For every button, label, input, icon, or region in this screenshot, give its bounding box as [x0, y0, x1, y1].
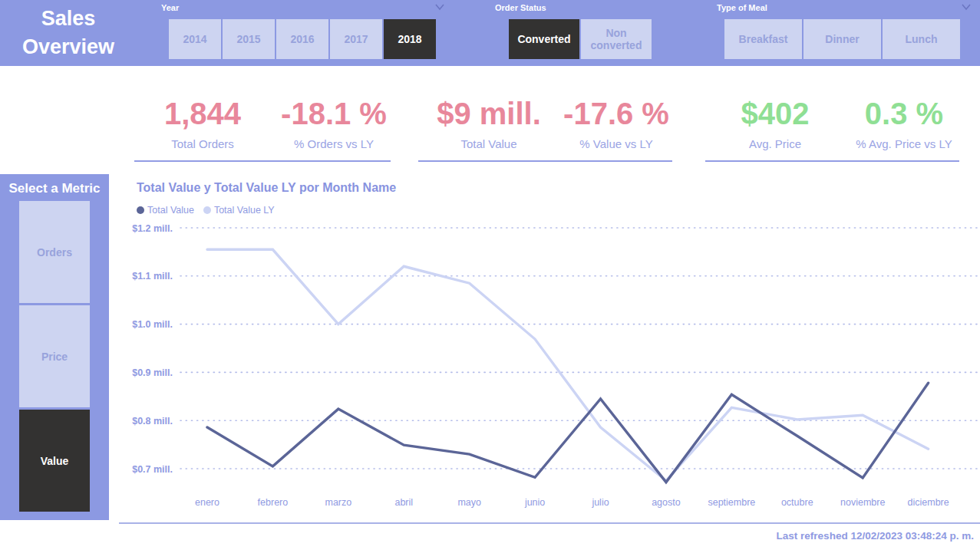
svg-text:octubre: octubre — [781, 497, 813, 508]
legend-entry-total-value[interactable]: Total Value — [137, 205, 194, 216]
meal-button-dinner[interactable]: Dinner — [803, 19, 881, 59]
meal-button-lunch[interactable]: Lunch — [883, 19, 960, 59]
svg-text:noviembre: noviembre — [840, 497, 885, 508]
year-button-2014[interactable]: 2014 — [169, 19, 221, 59]
legend-dot-total-value — [137, 206, 144, 214]
kpi-value-vs-ly: -17.6 % % Value vs LY — [547, 97, 685, 150]
kpi-avg-price-vs-ly: 0.3 % % Avg. Price vs LY — [827, 97, 980, 150]
chevron-down-icon[interactable] — [961, 3, 972, 11]
type-of-meal-slicer: Breakfast Dinner Lunch — [724, 19, 960, 59]
page-title-line2: Overview — [6, 33, 130, 61]
order-status-slicer: Converted Non converted — [509, 19, 652, 59]
svg-text:septiembre: septiembre — [708, 497, 755, 508]
svg-text:agosto: agosto — [652, 497, 681, 508]
type-of-meal-slicer-label: Type of Meal — [717, 3, 767, 12]
kpi-avg-price-vs-ly-value: 0.3 % — [827, 97, 980, 131]
legend-label-total-value: Total Value — [147, 205, 194, 216]
year-button-2018[interactable]: 2018 — [384, 19, 436, 59]
kpi-divider — [705, 160, 959, 162]
metric-button-orders[interactable]: Orders — [19, 201, 90, 303]
chart-legend: Total Value Total Value LY — [137, 205, 275, 216]
meal-button-breakfast[interactable]: Breakfast — [724, 19, 802, 59]
line-chart-plot-area[interactable]: $1.2 mill.$1.1 mill.$1.0 mill.$0.9 mill.… — [119, 221, 980, 516]
chart-bottom-divider — [119, 522, 980, 524]
x-axis-labels: enerofebreromarzoabrilmayojuniojulioagos… — [195, 497, 949, 508]
svg-text:marzo: marzo — [325, 497, 351, 508]
metric-sidebar: Select a Metric Orders Price Value — [0, 174, 109, 520]
order-status-button-non-converted[interactable]: Non converted — [581, 19, 652, 59]
metric-button-price[interactable]: Price — [19, 305, 90, 407]
kpi-divider — [134, 160, 391, 162]
kpi-avg-price-vs-ly-label: % Avg. Price vs LY — [827, 137, 980, 150]
gridlines — [180, 228, 977, 469]
svg-text:$0.7 mill.: $0.7 mill. — [132, 464, 173, 475]
line-chart-svg[interactable]: $1.2 mill.$1.1 mill.$1.0 mill.$0.9 mill.… — [119, 221, 980, 516]
metric-sidebar-title: Select a Metric — [0, 181, 109, 196]
kpi-avg-price-value: $402 — [706, 97, 844, 131]
svg-text:mayo: mayo — [457, 497, 481, 508]
chart-title: Total Value y Total Value LY por Month N… — [137, 181, 396, 195]
svg-text:febrero: febrero — [258, 497, 289, 508]
kpi-total-value-label: Total Value — [420, 137, 558, 150]
year-button-2017[interactable]: 2017 — [330, 19, 382, 59]
kpi-value-vs-ly-value: -17.6 % — [547, 97, 685, 131]
year-button-2015[interactable]: 2015 — [223, 19, 275, 59]
svg-text:$0.9 mill.: $0.9 mill. — [132, 367, 173, 378]
y-axis-labels: $1.2 mill.$1.1 mill.$1.0 mill.$0.9 mill.… — [132, 223, 173, 475]
svg-text:junio: junio — [524, 497, 545, 508]
legend-dot-total-value-ly — [203, 206, 211, 214]
kpi-divider — [418, 160, 672, 162]
last-refreshed-text: Last refreshed 12/02/2023 03:48:24 p. m. — [777, 530, 974, 542]
metric-button-value[interactable]: Value — [19, 410, 90, 512]
svg-text:$1.1 mill.: $1.1 mill. — [132, 271, 173, 282]
legend-label-total-value-ly: Total Value LY — [214, 205, 275, 216]
year-button-2016[interactable]: 2016 — [276, 19, 328, 59]
svg-text:$1.0 mill.: $1.0 mill. — [132, 319, 173, 330]
year-slicer-label: Year — [161, 3, 179, 12]
page-title-line1: Sales — [6, 5, 130, 33]
year-slicer: 2014 2015 2016 2017 2018 — [169, 19, 436, 59]
sales-overview-dashboard: Sales Overview Year 2014 2015 2016 2017 … — [0, 0, 980, 550]
svg-text:julio: julio — [591, 497, 609, 508]
svg-text:$0.8 mill.: $0.8 mill. — [132, 416, 173, 426]
kpi-avg-price: $402 Avg. Price — [706, 97, 844, 150]
svg-text:$1.2 mill.: $1.2 mill. — [132, 223, 173, 234]
order-status-button-converted[interactable]: Converted — [509, 19, 579, 59]
kpi-value-vs-ly-label: % Value vs LY — [547, 137, 685, 150]
svg-text:enero: enero — [195, 497, 219, 508]
series-line-total-value[interactable] — [207, 383, 929, 482]
order-status-slicer-label: Order Status — [495, 3, 546, 12]
page-title: Sales Overview — [6, 5, 130, 61]
kpi-total-value: $9 mill. Total Value — [420, 97, 558, 150]
kpi-orders-vs-ly: -18.1 % % Orders vs LY — [265, 97, 403, 150]
kpi-total-value-value: $9 mill. — [420, 97, 558, 131]
header-band: Sales Overview Year 2014 2015 2016 2017 … — [0, 0, 980, 66]
kpi-total-orders-label: Total Orders — [134, 137, 272, 150]
kpi-total-orders: 1,844 Total Orders — [134, 97, 272, 150]
legend-entry-total-value-ly[interactable]: Total Value LY — [203, 205, 275, 216]
svg-text:diciembre: diciembre — [908, 497, 949, 508]
svg-text:abril: abril — [394, 497, 413, 508]
kpi-total-orders-value: 1,844 — [134, 97, 272, 131]
kpi-orders-vs-ly-value: -18.1 % — [265, 97, 403, 131]
series-line-total-value-ly[interactable] — [207, 249, 929, 480]
kpi-avg-price-label: Avg. Price — [706, 137, 844, 150]
chevron-down-icon[interactable] — [434, 3, 445, 11]
kpi-orders-vs-ly-label: % Orders vs LY — [265, 137, 403, 150]
